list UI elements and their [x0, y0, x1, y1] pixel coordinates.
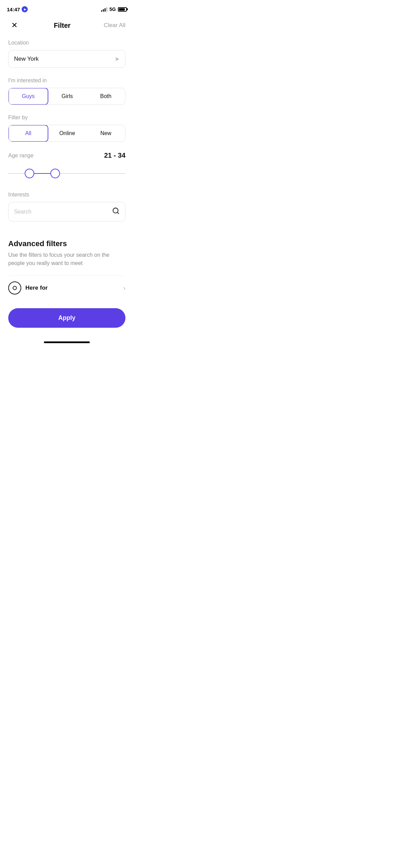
- toggle-online-button[interactable]: Online: [48, 125, 87, 142]
- page-title: Filter: [54, 22, 71, 29]
- interests-section: Interests Search: [8, 192, 125, 221]
- apply-button-container: Apply: [0, 303, 134, 339]
- filter-by-label: Filter by: [8, 114, 125, 121]
- interests-label: Interests: [8, 192, 125, 198]
- toggle-all-button[interactable]: All: [8, 125, 48, 142]
- location-field[interactable]: New York ➤: [8, 50, 125, 68]
- status-time: 14:47: [7, 6, 28, 12]
- search-icon: [112, 207, 120, 216]
- advanced-filters-section: Advanced filters Use the filters to focu…: [0, 231, 134, 300]
- location-arrow-icon: ➤: [114, 55, 120, 63]
- interested-in-label: I'm interested in: [8, 77, 125, 84]
- interested-in-toggle-group: Guys Girls Both: [8, 88, 125, 105]
- svg-line-1: [117, 212, 119, 214]
- advanced-filters-title: Advanced filters: [8, 239, 125, 248]
- here-for-label: Here for: [25, 285, 48, 291]
- here-for-row[interactable]: Here for ›: [8, 276, 125, 300]
- location-dot-icon: [22, 6, 28, 12]
- status-bar: 14:47 5G: [0, 0, 134, 16]
- filter-content: Location New York ➤ I'm interested in Gu…: [0, 37, 134, 221]
- filter-by-toggle-group: All Online New: [8, 125, 125, 142]
- toggle-both-button[interactable]: Both: [86, 88, 125, 105]
- close-button[interactable]: ✕: [8, 19, 21, 32]
- advanced-filters-description: Use the filters to focus your search on …: [8, 251, 125, 267]
- age-range-header: Age range 21 - 34: [8, 152, 125, 159]
- home-bar: [44, 341, 90, 343]
- toggle-girls-button[interactable]: Girls: [48, 88, 87, 105]
- header: ✕ Filter Clear All: [0, 16, 134, 37]
- age-range-value: 21 - 34: [104, 152, 125, 159]
- location-value: New York: [14, 56, 39, 62]
- battery-icon: [118, 7, 127, 12]
- toggle-new-button[interactable]: New: [86, 125, 125, 142]
- interests-search-field[interactable]: Search: [8, 202, 125, 221]
- home-indicator: [0, 339, 134, 347]
- signal-icon: [101, 7, 107, 12]
- target-icon: [8, 281, 21, 294]
- slider-thumb-min[interactable]: [25, 169, 34, 178]
- status-right: 5G: [101, 7, 127, 12]
- age-range-slider[interactable]: [8, 165, 125, 182]
- location-label: Location: [8, 40, 125, 46]
- slider-thumb-max[interactable]: [50, 169, 60, 178]
- network-label: 5G: [109, 7, 116, 12]
- age-range-label: Age range: [8, 153, 34, 159]
- apply-button[interactable]: Apply: [8, 308, 125, 328]
- toggle-guys-button[interactable]: Guys: [8, 88, 48, 105]
- clear-all-button[interactable]: Clear All: [104, 22, 125, 29]
- interests-search-placeholder: Search: [14, 209, 32, 215]
- chevron-right-icon: ›: [123, 285, 125, 292]
